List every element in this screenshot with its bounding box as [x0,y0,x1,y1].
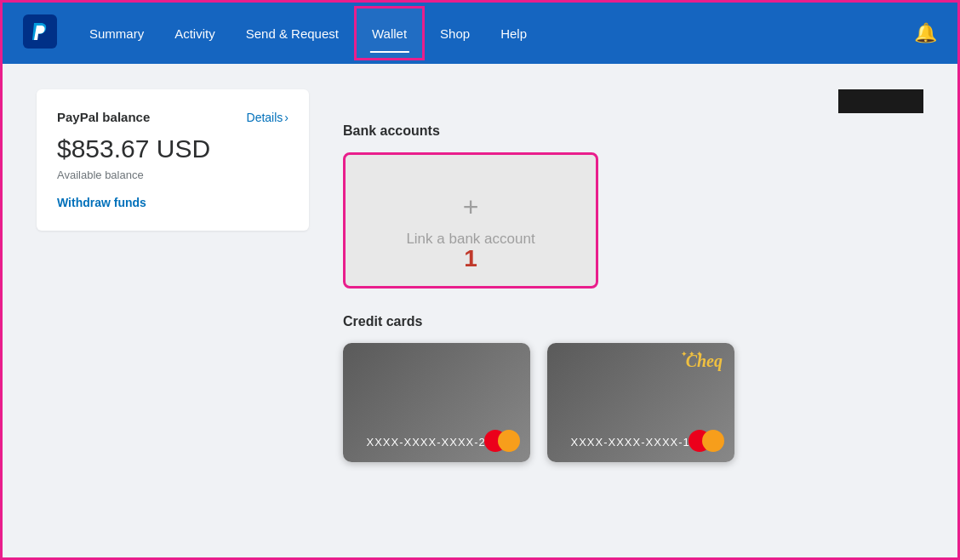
details-link[interactable]: Details › [247,111,289,124]
header: Summary Activity Send & Request Wallet S… [3,3,957,64]
chevron-right-icon: › [284,111,289,124]
bank-accounts-title: Bank accounts [343,123,923,139]
paypal-logo[interactable] [23,14,74,52]
wallet-panel: Bank accounts + Link a bank account 1 Cr… [343,89,923,532]
balance-amount: $853.67 USD [57,134,289,163]
cheq-sun-icon: ✦✦✦ [681,350,704,358]
bank-accounts-section: Bank accounts + Link a bank account 1 [343,123,923,289]
mastercard-logo-2 [689,430,724,452]
nav-help[interactable]: Help [485,3,542,64]
step-number: 1 [464,245,477,272]
mc-orange-circle-2 [702,430,724,452]
notification-bell-icon[interactable]: 🔔 [914,22,937,44]
nav-send-request[interactable]: Send & Request [231,3,354,64]
credit-cards-row: XXXX-XXXX-XXXX-2423 ✦✦✦ Cheq XXXX-XXXX-X… [343,343,923,462]
nav-summary[interactable]: Summary [74,3,159,64]
credit-card-2[interactable]: ✦✦✦ Cheq XXXX-XXXX-XXXX-1373 [547,343,734,462]
redacted-block [838,89,923,113]
balance-available-label: Available balance [57,169,289,181]
cheq-logo-container: ✦✦✦ Cheq [686,351,723,371]
plus-icon: + [463,193,479,220]
withdraw-funds-link[interactable]: Withdraw funds [57,196,146,209]
nav-shop[interactable]: Shop [425,3,485,64]
main-content: PayPal balance Details › $853.67 USD Ava… [3,64,957,557]
credit-cards-section: Credit cards XXXX-XXXX-XXXX-2423 ✦✦✦ [343,314,923,462]
credit-card-1[interactable]: XXXX-XXXX-XXXX-2423 [343,343,530,462]
credit-cards-title: Credit cards [343,314,923,329]
mastercard-logo-1 [484,430,520,452]
mc-orange-circle [498,430,520,452]
nav-activity[interactable]: Activity [159,3,231,64]
balance-title: PayPal balance [57,110,150,124]
link-bank-account-card[interactable]: + Link a bank account 1 [343,152,598,289]
main-nav: Summary Activity Send & Request Wallet S… [74,3,914,64]
balance-panel: PayPal balance Details › $853.67 USD Ava… [37,89,309,231]
nav-wallet[interactable]: Wallet [354,6,425,60]
